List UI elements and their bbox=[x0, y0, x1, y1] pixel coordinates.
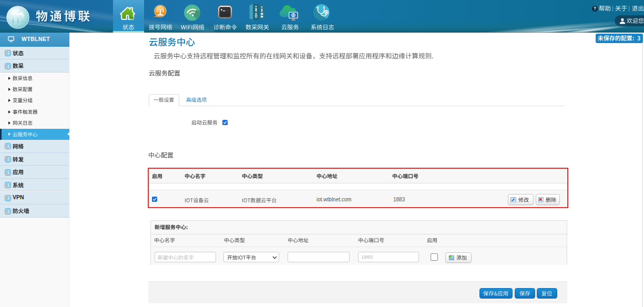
svg-text:?: ? bbox=[594, 6, 596, 11]
